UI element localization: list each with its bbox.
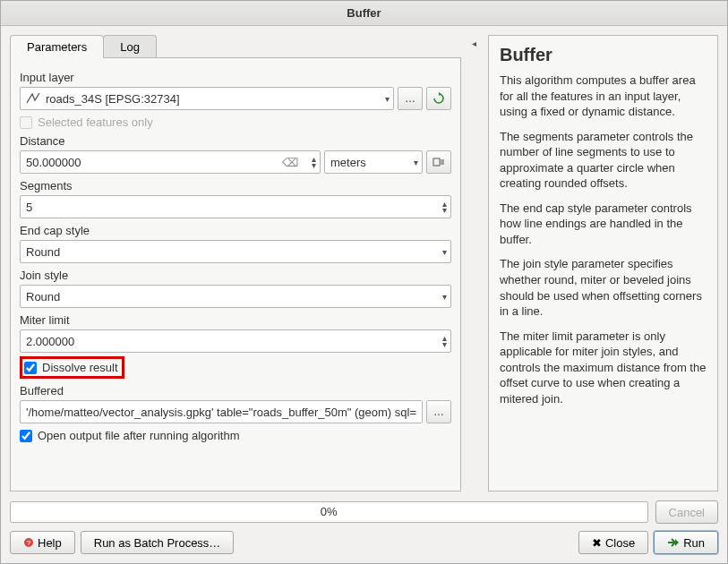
miter-input[interactable]: 2.000000 ▴▾ (20, 329, 451, 353)
dissolve-checkbox[interactable] (24, 362, 37, 374)
run-icon (667, 537, 680, 548)
browse-output-button[interactable]: … (426, 400, 451, 423)
tab-bar: Parameters Log (10, 35, 461, 58)
help-p3: The end cap style parameter controls how… (500, 201, 707, 248)
help-title: Buffer (500, 45, 707, 65)
input-layer-label: Input layer (20, 71, 451, 84)
parameters-pane: Input layer roads_34S [EPSG:32734] ▾ … (10, 57, 461, 491)
chevron-down-icon: ▾ (414, 158, 418, 167)
buffered-output-input[interactable]: '/home/matteo/vector_analysis.gpkg' tabl… (20, 400, 423, 423)
selected-only-checkbox (20, 116, 32, 129)
help-p2: The segments parameter controls the numb… (500, 129, 707, 192)
close-icon: ✖ (592, 536, 602, 550)
dissolve-check[interactable]: Dissolve result (24, 361, 118, 374)
dissolve-label: Dissolve result (42, 361, 118, 374)
segments-label: Segments (20, 179, 451, 192)
help-p4: The join style parameter specifies wheth… (500, 256, 707, 319)
browse-layer-button[interactable]: … (398, 87, 423, 110)
cancel-button: Cancel (655, 500, 718, 524)
segments-input[interactable]: 5 ▴▾ (20, 195, 451, 218)
iterate-button[interactable] (426, 87, 451, 110)
distance-units-value: meters (330, 156, 366, 169)
help-p1: This algorithm computes a buffer area fo… (500, 73, 707, 120)
endcap-combo[interactable]: Round ▾ (20, 240, 451, 263)
miter-value: 2.000000 (26, 335, 74, 348)
chevron-down-icon: ▾ (385, 94, 390, 104)
close-button[interactable]: ✖ Close (578, 531, 648, 554)
collapse-handle[interactable]: ◂ (470, 35, 479, 491)
footer: 0% Cancel ? Help Run as Batch Process… ✖… (1, 500, 727, 563)
joinstyle-combo[interactable]: Round ▾ (20, 285, 451, 308)
close-button-label: Close (605, 536, 635, 550)
dialog-window: Buffer Parameters Log Input layer roads_… (0, 0, 728, 564)
svg-rect-0 (433, 158, 440, 166)
help-button-label: Help (38, 536, 62, 550)
spinner-icon[interactable]: ▴▾ (442, 201, 447, 213)
distance-units-combo[interactable]: meters ▾ (324, 150, 423, 174)
run-button[interactable]: Run (654, 531, 718, 554)
help-icon: ? (23, 537, 34, 548)
input-layer-value: roads_34S [EPSG:32734] (46, 92, 180, 106)
joinstyle-value: Round (26, 290, 60, 303)
batch-button[interactable]: Run as Batch Process… (81, 531, 235, 554)
spinner-icon[interactable]: ▴▾ (312, 156, 316, 168)
open-after-label: Open output file after running algorithm (38, 429, 239, 442)
tab-log[interactable]: Log (103, 35, 157, 58)
left-panel: Parameters Log Input layer roads_34S [EP… (10, 35, 461, 491)
selected-only-check: Selected features only (20, 115, 451, 129)
input-layer-combo[interactable]: roads_34S [EPSG:32734] ▾ (20, 87, 394, 110)
open-after-checkbox[interactable] (20, 430, 32, 442)
joinstyle-label: Join style (20, 269, 451, 282)
run-button-label: Run (683, 536, 705, 550)
svg-text:?: ? (27, 539, 31, 547)
distance-label: Distance (20, 134, 451, 148)
spinner-icon[interactable]: ▴▾ (442, 335, 447, 347)
endcap-value: Round (26, 245, 60, 259)
line-layer-icon (26, 91, 40, 106)
distance-value: 50.000000 (26, 156, 81, 169)
help-p5: The miter limit parameter is only applic… (500, 329, 707, 407)
progress-bar: 0% (10, 501, 648, 523)
distance-input[interactable]: 50.000000 ⌫ ▴▾ (20, 150, 321, 174)
help-button[interactable]: ? Help (10, 531, 75, 554)
data-defined-button[interactable] (426, 150, 451, 174)
titlebar: Buffer (1, 1, 727, 26)
dialog-body: Parameters Log Input layer roads_34S [EP… (1, 26, 727, 500)
endcap-label: End cap style (20, 224, 451, 237)
chevron-down-icon: ▾ (442, 292, 447, 302)
buffered-label: Buffered (20, 384, 451, 397)
miter-label: Miter limit (20, 313, 451, 327)
open-after-check[interactable]: Open output file after running algorithm (20, 429, 451, 442)
tab-parameters[interactable]: Parameters (10, 35, 104, 58)
buffered-value: '/home/matteo/vector_analysis.gpkg' tabl… (26, 406, 416, 419)
dissolve-highlight: Dissolve result (20, 356, 124, 379)
selected-only-label: Selected features only (38, 115, 153, 129)
chevron-down-icon: ▾ (442, 247, 447, 257)
help-panel: Buffer This algorithm computes a buffer … (488, 35, 718, 491)
segments-value: 5 (26, 201, 32, 214)
clear-icon[interactable]: ⌫ (282, 156, 298, 169)
